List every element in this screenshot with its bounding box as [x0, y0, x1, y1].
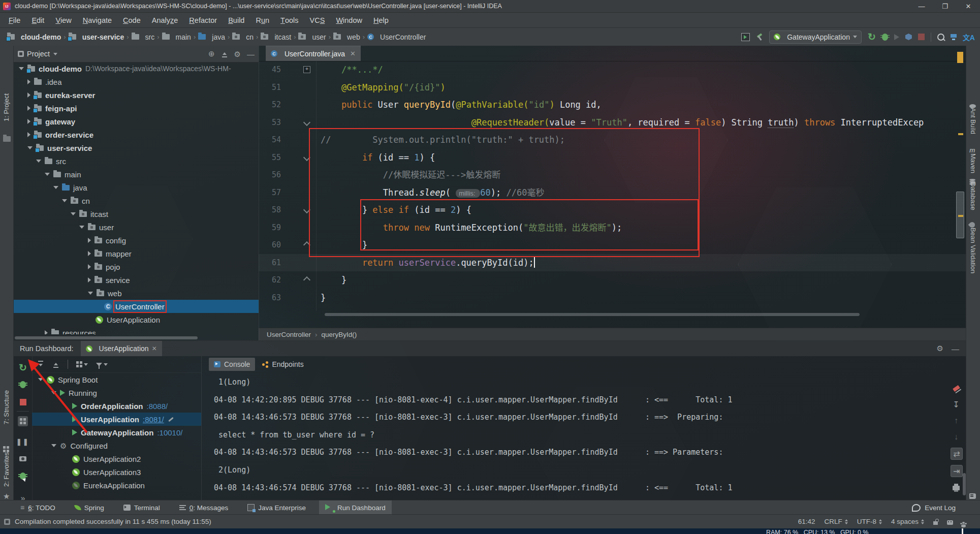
- menu-item-build[interactable]: Build: [223, 13, 250, 27]
- code-line-55[interactable]: 55 if (id == 1) {: [259, 149, 966, 167]
- tree-item-itcast[interactable]: itcast: [14, 207, 259, 221]
- menu-item-refactor[interactable]: Refactor: [183, 13, 223, 27]
- tool-window-button-6-todo[interactable]: ≡6: TODO: [14, 500, 61, 515]
- rerun-icon[interactable]: ↻: [868, 32, 876, 42]
- pause-output-icon[interactable]: ❚❚: [18, 436, 28, 447]
- menu-item-navigate[interactable]: Navigate: [77, 13, 117, 27]
- up-stack-icon[interactable]: ↑: [951, 415, 962, 426]
- tree-arrow-right-icon[interactable]: [88, 264, 91, 269]
- close-tab-icon[interactable]: ✕: [350, 50, 356, 57]
- run-anything-icon[interactable]: [741, 33, 750, 41]
- tree-item-main[interactable]: main: [14, 168, 259, 181]
- run-icon[interactable]: [894, 34, 899, 40]
- menu-item-window[interactable]: Window: [330, 13, 368, 27]
- application-port-link[interactable]: :8081/: [143, 415, 164, 424]
- code-line-58[interactable]: 58 } else if (id == 2) {: [259, 201, 966, 219]
- tool-button-maven[interactable]: Maven: [969, 153, 977, 173]
- pencil-icon[interactable]: [168, 417, 173, 421]
- tree-item-feign-api[interactable]: feign-api: [14, 102, 259, 115]
- locate-file-icon[interactable]: ⊕: [208, 49, 215, 58]
- breadcrumb-item-main[interactable]: main: [162, 33, 191, 41]
- paw-icon[interactable]: [962, 522, 965, 524]
- print-icon[interactable]: [951, 482, 962, 493]
- tree-item-userapplication[interactable]: UserApplication: [14, 313, 259, 326]
- application-port-link[interactable]: :8088/: [147, 402, 168, 411]
- rerun-application-icon[interactable]: ↻: [18, 362, 28, 372]
- tree-arrow-down-icon[interactable]: [51, 444, 56, 447]
- tree-arrow-right-icon[interactable]: [88, 277, 91, 282]
- tab-console[interactable]: Console: [209, 358, 255, 371]
- encoding-widget[interactable]: UTF-8: [857, 518, 882, 526]
- tree-item-mapper[interactable]: mapper: [14, 247, 259, 260]
- code-line-53[interactable]: 53 @RequestHeader(value = "Truth", requi…: [259, 114, 966, 132]
- breadcrumb-item-user-service[interactable]: user-service: [69, 33, 124, 41]
- tree-arrow-right-icon[interactable]: [45, 330, 48, 334]
- breadcrumb-item-src[interactable]: src: [132, 33, 155, 41]
- chevron-down-icon[interactable]: [53, 53, 57, 55]
- line-ending-widget[interactable]: CRLF: [824, 518, 847, 526]
- dashboard-item-orderapplication[interactable]: OrderApplication:8088/: [32, 399, 201, 413]
- breadcrumb-item-itcast[interactable]: itcast: [261, 33, 291, 41]
- tree-item-cloud-demo[interactable]: cloud-demoD:\Workspace-java\idea\Workspa…: [14, 62, 259, 75]
- editor-horizontal-scrollbar[interactable]: [325, 313, 860, 316]
- translation-robot-icon[interactable]: [947, 520, 953, 525]
- code-line-56[interactable]: 56 //休眠模拟延迟--->触发熔断: [259, 166, 966, 184]
- breadcrumb-item-usercontroller[interactable]: CUserController: [367, 33, 426, 41]
- tree-arrow-right-icon[interactable]: [88, 238, 91, 243]
- tree-arrow-down-icon[interactable]: [19, 67, 24, 70]
- ant-icon[interactable]: [969, 100, 976, 107]
- tree-arrow-right-icon[interactable]: [27, 92, 30, 98]
- dashboard-item-spring-boot[interactable]: Spring Boot: [32, 373, 201, 386]
- application-port-link[interactable]: :10010/: [157, 428, 182, 437]
- tree-arrow-down-icon[interactable]: [45, 173, 50, 176]
- collapse-all-icon[interactable]: [221, 50, 228, 57]
- tree-item-web[interactable]: web: [14, 287, 259, 300]
- tree-item-order-service[interactable]: order-service: [14, 128, 259, 141]
- dashboard-item-running[interactable]: Running: [32, 386, 201, 399]
- debug-application-icon[interactable]: [18, 380, 28, 390]
- dashboard-item-userapplication3[interactable]: UserApplication3: [32, 465, 201, 479]
- tool-window-button-0-messages[interactable]: 0: Messages: [173, 500, 235, 515]
- dashboard-item-userapplication2[interactable]: UserApplication2: [32, 452, 201, 465]
- tool-window-button-run-dashboard[interactable]: Run Dashboard: [319, 500, 392, 515]
- gear-icon[interactable]: ⚙: [937, 344, 943, 353]
- soft-wrap-icon[interactable]: ⇄: [951, 448, 963, 460]
- group-by-icon[interactable]: [76, 361, 88, 367]
- close-button[interactable]: ✕: [957, 0, 980, 12]
- tool-button-bean-validation[interactable]: Bean Validation: [969, 228, 977, 273]
- tree-item--idea[interactable]: .idea: [14, 75, 259, 88]
- build-hammer-icon[interactable]: [756, 34, 763, 41]
- fold-marker-icon[interactable]: [301, 236, 312, 254]
- translate-icon[interactable]: 文A: [963, 32, 975, 42]
- toolwindow-toggle-icon[interactable]: [4, 519, 10, 525]
- code-line-62[interactable]: 62 }: [259, 271, 966, 289]
- tree-arrow-down-icon[interactable]: [51, 391, 56, 394]
- tree-item-eureka-server[interactable]: eureka-server: [14, 88, 259, 102]
- recent-locations-icon[interactable]: [951, 34, 957, 40]
- run-dashboard-tab[interactable]: UserApplication ✕: [81, 341, 162, 356]
- maximize-button[interactable]: ❐: [933, 0, 957, 12]
- clear-console-icon[interactable]: [951, 382, 962, 393]
- tree-item-service[interactable]: service: [14, 273, 259, 287]
- tree-item-pojo[interactable]: pojo: [14, 260, 259, 273]
- indent-widget[interactable]: 4 spaces: [891, 518, 924, 526]
- tree-item-config[interactable]: config: [14, 234, 259, 247]
- run-configuration-select[interactable]: GatewayApplication: [769, 30, 862, 44]
- project-horizontal-scrollbar[interactable]: [15, 336, 198, 339]
- coverage-run-icon[interactable]: [905, 34, 912, 40]
- code-editor[interactable]: 45+ /**...*/51 @GetMapping("/{id}")52 pu…: [259, 61, 966, 311]
- tool-button-ant-build[interactable]: Ant Build: [969, 108, 977, 134]
- code-line-59[interactable]: 59 throw new RuntimeException("故意出错，出发熔断…: [259, 219, 966, 237]
- maven-icon[interactable]: m: [969, 145, 976, 152]
- menu-item-analyze[interactable]: Analyze: [146, 13, 184, 27]
- caret-position-widget[interactable]: 61:42: [798, 518, 815, 525]
- menu-item-code[interactable]: Code: [117, 13, 146, 27]
- tool-window-button-terminal[interactable]: Terminal: [117, 500, 166, 515]
- tree-arrow-right-icon[interactable]: [27, 106, 30, 111]
- breadcrumb-item-cn[interactable]: cn: [232, 33, 254, 41]
- event-log-button[interactable]: Event Log: [912, 504, 956, 512]
- fold-marker-icon[interactable]: [301, 114, 312, 132]
- code-line-51[interactable]: 51 @GetMapping("/{id}"): [259, 79, 966, 97]
- menu-item-run[interactable]: Run: [250, 13, 275, 27]
- expand-all-icon[interactable]: [37, 361, 44, 368]
